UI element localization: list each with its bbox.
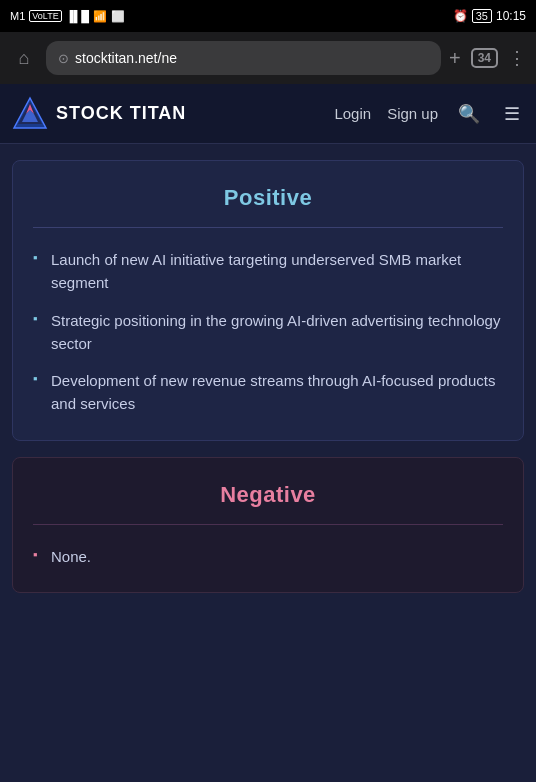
positive-divider	[33, 227, 503, 228]
alarm-icon: ⏰	[453, 9, 468, 23]
carrier-label: M1	[10, 10, 25, 22]
search-button[interactable]: 🔍	[454, 99, 484, 129]
hamburger-icon: ☰	[504, 104, 520, 124]
wifi-icon: 📶	[93, 10, 107, 23]
time-display: 10:15	[496, 9, 526, 23]
status-bar: M1 VoLTE ▐▌█ 📶 ⬜ ⏰ 35 10:15	[0, 0, 536, 32]
main-content: Positive Launch of new AI initiative tar…	[0, 160, 536, 593]
instagram-icon: ⬜	[111, 10, 125, 23]
positive-bullet-list: Launch of new AI initiative targeting un…	[33, 248, 503, 416]
tab-count-badge[interactable]: 34	[471, 48, 498, 68]
site-navbar: STOCK TITAN Login Sign up 🔍 ☰	[0, 84, 536, 144]
list-item: None.	[33, 545, 503, 568]
negative-bullet-list: None.	[33, 545, 503, 568]
signal-icon: ▐▌█	[66, 10, 89, 22]
list-item: Launch of new AI initiative targeting un…	[33, 248, 503, 295]
logo-container[interactable]: STOCK TITAN	[12, 96, 334, 132]
home-icon: ⌂	[19, 48, 30, 69]
menu-button[interactable]: ☰	[500, 99, 524, 129]
login-link[interactable]: Login	[334, 105, 371, 122]
browser-chrome: ⌂ ⊙ stocktitan.net/ne + 34 ⋮	[0, 32, 536, 84]
more-menu-button[interactable]: ⋮	[508, 47, 526, 69]
status-left: M1 VoLTE ▐▌█ 📶 ⬜	[10, 10, 125, 23]
battery-level: 35	[472, 9, 492, 23]
logo-text: STOCK TITAN	[56, 103, 186, 124]
home-button[interactable]: ⌂	[10, 44, 38, 72]
status-right: ⏰ 35 10:15	[453, 9, 526, 23]
lock-icon: ⊙	[58, 51, 69, 66]
add-tab-button[interactable]: +	[449, 47, 461, 70]
logo-icon	[12, 96, 48, 132]
search-icon: 🔍	[458, 104, 480, 124]
signup-link[interactable]: Sign up	[387, 105, 438, 122]
address-bar[interactable]: ⊙ stocktitan.net/ne	[46, 41, 441, 75]
url-text: stocktitan.net/ne	[75, 50, 429, 66]
list-item: Development of new revenue streams throu…	[33, 369, 503, 416]
negative-section: Negative None.	[12, 457, 524, 593]
negative-title: Negative	[33, 482, 503, 508]
browser-actions: + 34 ⋮	[449, 47, 526, 70]
nav-links: Login Sign up 🔍 ☰	[334, 99, 524, 129]
volte-badge: VoLTE	[29, 10, 61, 22]
negative-divider	[33, 524, 503, 525]
positive-title: Positive	[33, 185, 503, 211]
list-item: Strategic positioning in the growing AI-…	[33, 309, 503, 356]
positive-section: Positive Launch of new AI initiative tar…	[12, 160, 524, 441]
